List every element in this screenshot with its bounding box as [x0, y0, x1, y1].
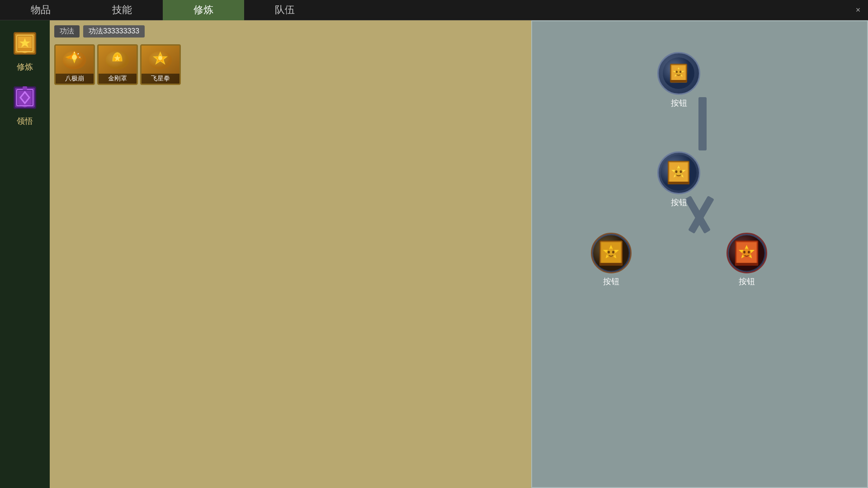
- svg-rect-61: [735, 263, 758, 265]
- node4-label: 按钮: [739, 276, 755, 287]
- svg-point-45: [675, 170, 678, 173]
- filter-tag-gongfa[interactable]: 功法: [54, 25, 80, 38]
- node3-circle: [591, 233, 632, 273]
- tree-node-2[interactable]: 按钮: [657, 151, 700, 208]
- skills-grid: 八极崩: [50, 42, 531, 488]
- tab-team[interactable]: 队伍: [244, 0, 326, 20]
- svg-rect-34: [670, 80, 687, 82]
- node1-label: 按钮: [671, 98, 687, 108]
- skill-tree-panel: 按钮: [531, 20, 868, 488]
- tree-node-1[interactable]: 按钮: [657, 52, 700, 108]
- bajibeng-icon: [61, 48, 88, 73]
- main-area: 修炼 领悟 功法: [0, 20, 868, 488]
- sidebar-item-comprehend[interactable]: 领悟: [6, 79, 43, 129]
- svg-line-21: [78, 53, 79, 54]
- tab-skills[interactable]: 技能: [81, 0, 163, 20]
- svg-point-55: [612, 251, 614, 253]
- cultivate-icon: [9, 27, 41, 60]
- skill-item-feixingquan[interactable]: 飞星拳: [140, 44, 181, 85]
- sidebar-cultivate-label: 修炼: [17, 61, 33, 72]
- sidebar-comprehend-label: 领悟: [17, 116, 33, 127]
- svg-point-28: [158, 56, 162, 60]
- svg-rect-43: [668, 182, 689, 184]
- tab-cultivate[interactable]: 修炼: [163, 0, 244, 20]
- skill-feixingquan-label: 飞星拳: [142, 74, 179, 84]
- close-button[interactable]: ×: [853, 5, 863, 15]
- svg-rect-52: [599, 263, 623, 265]
- svg-point-54: [608, 251, 610, 253]
- tree-node-4[interactable]: 按钮: [726, 233, 767, 287]
- skill-bajibeng-label: 八极崩: [56, 74, 94, 84]
- feixingquan-icon: [147, 48, 174, 73]
- node2-label: 按钮: [671, 197, 687, 208]
- node4-circle: [726, 233, 767, 273]
- sidebar-item-cultivate[interactable]: 修炼: [6, 25, 43, 75]
- sidebar: 修炼 领悟: [0, 20, 50, 488]
- filter-tag-gongfa-detail[interactable]: 功法333333333: [83, 25, 145, 38]
- tab-items[interactable]: 物品: [0, 0, 81, 20]
- svg-point-37: [679, 71, 681, 73]
- svg-rect-13: [23, 86, 27, 90]
- skill-item-jinganzhao[interactable]: 金刚罩: [97, 44, 138, 85]
- skill-filter-bar: 功法 功法333333333: [50, 20, 531, 42]
- svg-point-64: [748, 251, 750, 253]
- node2-circle: [657, 151, 700, 194]
- skill-jinganzhao-label: 金刚罩: [99, 74, 137, 84]
- comprehend-icon: [9, 81, 41, 114]
- top-navigation: 物品 技能 修炼 队伍 ×: [0, 0, 868, 20]
- node1-circle: [657, 52, 700, 95]
- skill-item-bajibeng[interactable]: 八极崩: [54, 44, 95, 85]
- node3-label: 按钮: [603, 276, 619, 287]
- tree-node-3[interactable]: 按钮: [591, 233, 632, 287]
- content-area: 功法 功法333333333: [50, 20, 531, 488]
- svg-point-36: [676, 71, 678, 73]
- svg-point-46: [680, 170, 682, 173]
- svg-point-19: [72, 55, 77, 60]
- jinganzhao-icon: [104, 48, 131, 73]
- svg-point-63: [743, 251, 745, 253]
